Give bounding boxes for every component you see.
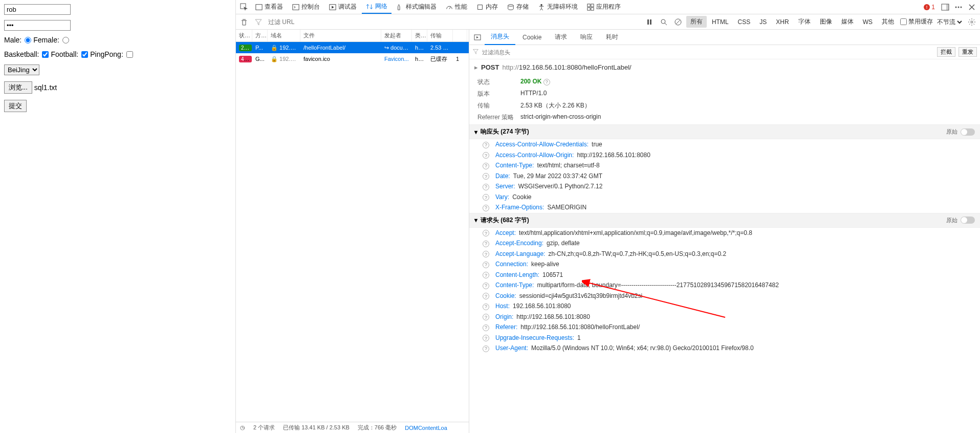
url-filter-input[interactable] bbox=[267, 17, 451, 27]
detail-tab-timings[interactable]: 耗时 bbox=[600, 30, 624, 45]
help-icon[interactable]: ? bbox=[483, 152, 489, 159]
col-status[interactable]: 状... bbox=[236, 30, 252, 41]
basketball-checkbox[interactable] bbox=[42, 51, 49, 58]
filter-other[interactable]: 其他 bbox=[878, 16, 898, 28]
filter-icon[interactable] bbox=[252, 16, 265, 28]
svg-point-17 bbox=[955, 6, 957, 8]
col-file[interactable]: 文件 bbox=[300, 30, 381, 41]
city-select[interactable]: BeiJing bbox=[4, 64, 39, 75]
password-input[interactable] bbox=[4, 20, 71, 31]
pause-icon[interactable] bbox=[643, 16, 656, 28]
detail-tab-response[interactable]: 响应 bbox=[574, 30, 599, 45]
help-icon[interactable]: ? bbox=[483, 345, 489, 352]
tab-network[interactable]: 网络 bbox=[362, 0, 391, 14]
more-icon[interactable] bbox=[952, 1, 965, 13]
header-name: Upgrade-Insecure-Requests bbox=[495, 334, 574, 341]
help-icon[interactable]: ? bbox=[483, 251, 489, 257]
col-method[interactable]: 方法 bbox=[252, 30, 268, 41]
cell-size bbox=[453, 47, 467, 49]
help-icon[interactable]: ? bbox=[483, 304, 489, 310]
help-icon[interactable]: ? bbox=[483, 314, 489, 320]
throttle-select[interactable]: 不节流 bbox=[935, 18, 964, 26]
header-value: http://192.168.56.101:8080 bbox=[516, 313, 590, 320]
request-row[interactable]: 200 P... 🔒 192.16... /helloFrontLabel/ ↪… bbox=[236, 42, 469, 53]
raw-toggle[interactable] bbox=[961, 128, 975, 136]
filter-css[interactable]: CSS bbox=[734, 17, 755, 27]
help-icon[interactable]: ? bbox=[543, 79, 550, 85]
tab-style[interactable]: 样式编辑器 bbox=[393, 1, 441, 13]
error-count-badge[interactable]: !1 bbox=[920, 4, 938, 11]
submit-button[interactable]: 提交 bbox=[4, 100, 27, 112]
help-icon[interactable]: ? bbox=[483, 184, 489, 190]
tab-storage[interactable]: 存储 bbox=[503, 1, 533, 13]
disable-cache-label[interactable]: 禁用缓存 bbox=[900, 17, 933, 26]
filter-all[interactable]: 所有 bbox=[686, 16, 707, 28]
help-icon[interactable]: ? bbox=[483, 283, 489, 289]
male-radio[interactable] bbox=[25, 37, 31, 44]
header-value: true bbox=[592, 141, 602, 148]
tab-accessibility[interactable]: 无障碍环境 bbox=[534, 1, 582, 13]
help-icon[interactable]: ? bbox=[483, 241, 489, 247]
svg-marker-4 bbox=[332, 6, 334, 8]
filter-js[interactable]: JS bbox=[755, 17, 771, 27]
request-row[interactable]: 404 G... 🔒 192.16... favicon.ico Favicon… bbox=[236, 53, 469, 64]
help-icon[interactable]: ? bbox=[483, 262, 489, 268]
tab-console[interactable]: 控制台 bbox=[288, 1, 324, 13]
filter-media[interactable]: 媒体 bbox=[837, 16, 858, 28]
resend-button[interactable]: 重发 bbox=[959, 47, 977, 57]
request-url-row[interactable]: ▸ POST http://192.168.56.101:8080/helloF… bbox=[469, 59, 980, 75]
tab-memory[interactable]: 内存 bbox=[472, 1, 502, 13]
col-type[interactable]: 类型 bbox=[412, 30, 427, 41]
gear-icon[interactable] bbox=[966, 16, 978, 28]
detail-tab-headers[interactable]: 消息头 bbox=[485, 30, 515, 45]
pick-element-icon[interactable] bbox=[238, 1, 250, 13]
block-icon[interactable] bbox=[672, 16, 684, 28]
help-icon[interactable]: ? bbox=[483, 142, 489, 148]
filter-ws[interactable]: WS bbox=[859, 17, 877, 27]
col-size[interactable] bbox=[453, 30, 467, 41]
help-icon[interactable]: ? bbox=[483, 230, 489, 236]
tab-application[interactable]: 应用程序 bbox=[583, 1, 625, 13]
help-icon[interactable]: ? bbox=[483, 163, 489, 169]
help-icon[interactable]: ? bbox=[483, 335, 489, 341]
tab-inspector[interactable]: 查看器 bbox=[251, 1, 287, 13]
filter-fonts[interactable]: 字体 bbox=[794, 16, 815, 28]
detail-tab-cookies[interactable]: Cookie bbox=[516, 31, 548, 44]
cell-type: ht... bbox=[412, 55, 427, 63]
response-headers-title[interactable]: ▾ 响应头 (274 字节) 原始 bbox=[469, 124, 980, 139]
filter-html[interactable]: HTML bbox=[708, 17, 733, 27]
clear-icon[interactable] bbox=[238, 16, 250, 28]
filter-xhr[interactable]: XHR bbox=[772, 17, 793, 27]
block-button[interactable]: 拦截 bbox=[937, 47, 955, 57]
help-icon[interactable]: ? bbox=[483, 324, 489, 331]
header-name: Origin bbox=[495, 313, 513, 320]
pingpong-checkbox[interactable] bbox=[126, 51, 133, 58]
disable-cache-checkbox[interactable] bbox=[900, 18, 907, 25]
tab-debugger[interactable]: 调试器 bbox=[325, 1, 361, 13]
toggle-pane-icon[interactable] bbox=[471, 31, 484, 44]
help-icon[interactable]: ? bbox=[483, 173, 489, 180]
help-icon[interactable]: ? bbox=[483, 205, 489, 211]
col-initiator[interactable]: 发起者 bbox=[381, 30, 412, 41]
help-icon[interactable]: ? bbox=[483, 272, 489, 278]
request-headers-title[interactable]: ▾ 请求头 (682 字节) 原始 bbox=[469, 213, 980, 228]
username-input[interactable] bbox=[4, 4, 71, 15]
tab-performance[interactable]: 性能 bbox=[442, 1, 471, 13]
browse-button[interactable]: 浏览... bbox=[4, 81, 32, 94]
female-radio[interactable] bbox=[62, 37, 69, 44]
help-icon[interactable]: ? bbox=[483, 194, 489, 201]
dock-icon[interactable] bbox=[939, 1, 951, 13]
devtools-toolbar: 查看器 控制台 调试器 网络 样式编辑器 性能 内存 存储 无障碍环境 应用程序… bbox=[236, 0, 980, 14]
general-section: 状态200 OK ? 版本HTTP/1.0 传输2.53 KB（大小 2.26 … bbox=[469, 75, 980, 124]
filter-images[interactable]: 图像 bbox=[816, 16, 836, 28]
search-icon[interactable] bbox=[658, 16, 670, 28]
col-transferred[interactable]: 传输 bbox=[427, 30, 453, 41]
detail-filter-row: 拦截 重发 bbox=[469, 45, 980, 59]
col-domain[interactable]: 域名 bbox=[268, 30, 300, 41]
header-filter-input[interactable] bbox=[482, 49, 934, 55]
help-icon[interactable]: ? bbox=[483, 293, 489, 299]
close-devtools-icon[interactable] bbox=[966, 1, 978, 13]
football-checkbox[interactable] bbox=[81, 51, 88, 58]
raw-toggle[interactable] bbox=[961, 216, 975, 224]
detail-tab-request[interactable]: 请求 bbox=[549, 30, 573, 45]
